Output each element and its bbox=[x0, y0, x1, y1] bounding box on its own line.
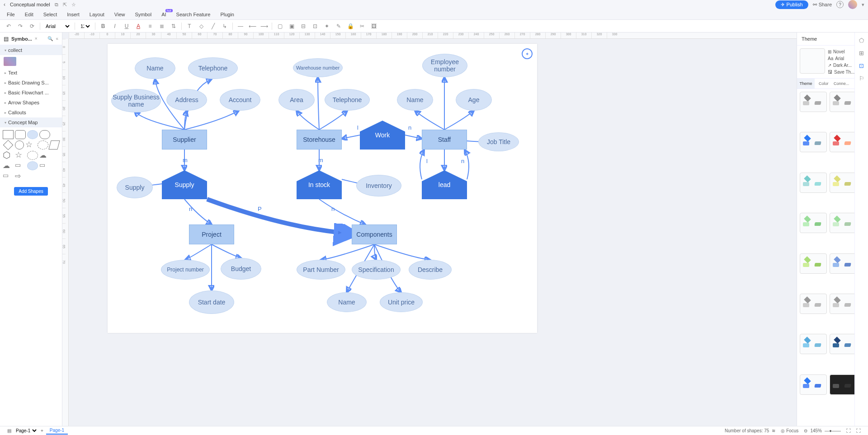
redo-icon[interactable]: ↷ bbox=[16, 22, 24, 30]
canvas[interactable]: ✦ NameTelephoneSupply Business nameAddre… bbox=[108, 44, 537, 333]
menu-search-feature[interactable]: Search Feature bbox=[176, 12, 211, 17]
brush-icon[interactable]: ⟳ bbox=[28, 22, 36, 30]
bookmark-tool-icon[interactable]: ⚐ bbox=[858, 75, 866, 83]
shape-stencil-8[interactable] bbox=[48, 140, 60, 150]
theme-swatch-14[interactable] bbox=[800, 374, 827, 395]
theme-swatch-5[interactable] bbox=[830, 173, 857, 193]
avatar-menu[interactable]: ▾ bbox=[862, 2, 864, 8]
line-icon[interactable]: — bbox=[236, 22, 245, 30]
menu-select[interactable]: Select bbox=[43, 12, 57, 17]
node-area[interactable]: Area bbox=[278, 89, 315, 111]
node-partnumber[interactable]: Part Number bbox=[297, 260, 345, 280]
bold-icon[interactable]: B bbox=[99, 22, 107, 30]
node-name[interactable]: Name bbox=[327, 292, 367, 312]
node-name[interactable]: Name bbox=[397, 89, 433, 111]
theme-swatch-7[interactable] bbox=[830, 213, 857, 233]
cursor-tool-icon[interactable]: ⬠ bbox=[858, 37, 866, 45]
tab-conne...[interactable]: Conne... bbox=[833, 79, 850, 89]
shape-stencil-11[interactable] bbox=[27, 151, 38, 160]
node-startdate[interactable]: Start date bbox=[189, 290, 234, 314]
shape-stencil-14[interactable] bbox=[15, 161, 26, 170]
pen-icon[interactable]: ╱ bbox=[209, 22, 217, 30]
menu-edit[interactable]: Edit bbox=[25, 12, 33, 17]
fontcolor-icon[interactable]: A bbox=[134, 22, 142, 30]
node-account[interactable]: Account bbox=[220, 89, 260, 111]
theme-swatch-9[interactable] bbox=[830, 253, 857, 274]
italic-icon[interactable]: I bbox=[111, 22, 119, 30]
category-collect[interactable]: ▾collect bbox=[0, 45, 62, 55]
shape-stencil-3[interactable] bbox=[39, 130, 50, 139]
theme-swatch-10[interactable] bbox=[800, 294, 827, 314]
node-supply[interactable]: Supply bbox=[162, 170, 207, 199]
category-arrowshapes[interactable]: ▸Arrow Shapes bbox=[0, 98, 62, 108]
theme-swatch-6[interactable] bbox=[800, 213, 827, 233]
node-lead[interactable]: lead bbox=[422, 170, 467, 199]
arrow-end-icon[interactable]: ⟶ bbox=[260, 22, 268, 30]
menu-view[interactable]: View bbox=[114, 12, 125, 17]
publish-button[interactable]: ✈ Publish bbox=[775, 0, 808, 9]
menu-ai[interactable]: AIhot bbox=[161, 12, 166, 17]
node-age[interactable]: Age bbox=[456, 89, 492, 111]
shape-stencil-1[interactable] bbox=[15, 130, 26, 139]
node-name[interactable]: Name bbox=[135, 57, 175, 79]
edit-icon[interactable]: ✎ bbox=[335, 22, 343, 30]
menu-symbol[interactable]: Symbol bbox=[135, 12, 151, 17]
menu-plugin[interactable]: Plugin bbox=[220, 12, 234, 17]
shape-stencil-9[interactable] bbox=[3, 151, 14, 160]
align-icon[interactable]: ≡ bbox=[146, 22, 154, 30]
node-specification[interactable]: Specification bbox=[352, 260, 401, 280]
theme-swatch-4[interactable] bbox=[800, 173, 827, 193]
tab-color[interactable]: Color bbox=[815, 79, 832, 89]
tab-theme[interactable]: Theme bbox=[797, 79, 815, 89]
shape2-icon[interactable]: ▣ bbox=[288, 22, 296, 30]
node-jobtitle[interactable]: Job Title bbox=[478, 132, 519, 151]
node-project[interactable]: Project bbox=[189, 225, 234, 244]
node-work[interactable]: Work bbox=[360, 121, 405, 150]
shape4-icon[interactable]: ⊡ bbox=[311, 22, 319, 30]
effects-icon[interactable]: ✦ bbox=[323, 22, 331, 30]
node-budget[interactable]: Budget bbox=[221, 258, 261, 280]
shape-stencil-18[interactable] bbox=[15, 172, 26, 181]
underline-icon[interactable]: U bbox=[123, 22, 131, 30]
node-supplybusinessname[interactable]: Supply Business name bbox=[111, 89, 161, 112]
node-employeenumber[interactable]: Employee number bbox=[422, 54, 467, 77]
node-components[interactable]: Components bbox=[352, 225, 397, 244]
menu-insert[interactable]: Insert bbox=[67, 12, 80, 17]
node-warehousenumber[interactable]: Warehouse number bbox=[293, 58, 343, 77]
theme-swatch-1[interactable] bbox=[830, 92, 857, 112]
shape-stencil-10[interactable] bbox=[15, 151, 26, 160]
theme-swatch-0[interactable] bbox=[800, 92, 827, 112]
menu-file[interactable]: File bbox=[7, 12, 15, 17]
shape1-icon[interactable]: ▢ bbox=[276, 22, 284, 30]
shape-stencil-6[interactable] bbox=[25, 140, 36, 150]
text-tool-icon[interactable]: T bbox=[185, 22, 193, 30]
theme-swatch-2[interactable] bbox=[800, 132, 827, 152]
shape-stencil-2[interactable] bbox=[27, 130, 38, 139]
lock-icon[interactable]: 🔒 bbox=[346, 22, 354, 30]
align2-icon[interactable]: ≣ bbox=[158, 22, 166, 30]
grid-tool-icon[interactable]: ⊞ bbox=[858, 50, 866, 58]
theme-swatch-15[interactable] bbox=[830, 374, 857, 395]
node-unitprice[interactable]: Unit price bbox=[380, 292, 423, 312]
category-basicdrawings[interactable]: ▸Basic Drawing S... bbox=[0, 78, 62, 88]
node-telephone[interactable]: Telephone bbox=[188, 57, 238, 79]
theme-swatch-12[interactable] bbox=[800, 334, 827, 354]
node-telephone[interactable]: Telephone bbox=[325, 89, 370, 111]
theme-swatch-13[interactable] bbox=[830, 334, 857, 354]
node-inventory[interactable]: Inventory bbox=[356, 175, 401, 196]
collapse-icon[interactable]: « bbox=[56, 36, 58, 41]
menu-layout[interactable]: Layout bbox=[90, 12, 104, 17]
theme-swatch-11[interactable] bbox=[830, 294, 857, 314]
undo-icon[interactable]: ↶ bbox=[5, 22, 13, 30]
theme-swatch-8[interactable] bbox=[800, 253, 827, 274]
shape-stencil-7[interactable] bbox=[38, 140, 48, 150]
add-shapes-button[interactable]: Add Shapes bbox=[14, 187, 48, 196]
panel-close-icon[interactable]: × bbox=[35, 36, 38, 41]
node-storehouse[interactable]: Storehouse bbox=[297, 130, 342, 150]
shape-stencil-17[interactable] bbox=[3, 172, 14, 181]
collect-thumb[interactable] bbox=[4, 57, 16, 66]
node-staff[interactable]: Staff bbox=[422, 130, 467, 150]
theme-tool-icon[interactable]: ⊡ bbox=[858, 62, 866, 70]
category-callouts[interactable]: ▸Callouts bbox=[0, 108, 62, 117]
font-select[interactable]: Arial bbox=[44, 23, 71, 29]
